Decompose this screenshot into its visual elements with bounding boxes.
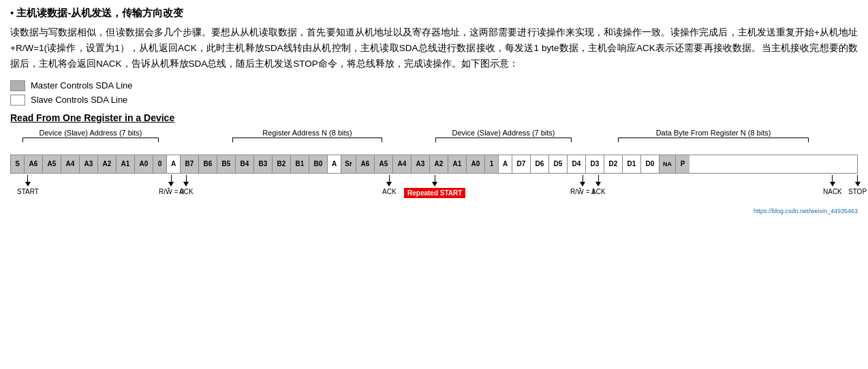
arrows-row: START R/W̄ = 0 ACK ACK Repeated START <box>10 175 858 202</box>
cell-P: P <box>676 155 689 173</box>
cell-A5a: A5 <box>43 155 61 173</box>
cell-D2: D2 <box>604 155 623 173</box>
cell-NA: NA <box>660 155 676 173</box>
label-stop: STOP <box>848 188 867 195</box>
cell-B0: B0 <box>309 155 328 173</box>
cell-A4b: A4 <box>393 155 412 173</box>
cell-D4: D4 <box>568 155 586 173</box>
cell-A0a: A0 <box>135 155 153 173</box>
cell-D0: D0 <box>641 155 660 173</box>
legend: Master Controls SDA Line Slave Controls … <box>10 80 858 106</box>
cell-A2a: A2 <box>98 155 117 173</box>
label-device-addr-1: Device (Slave) Address (7 bits) <box>22 129 159 142</box>
cell-A1a: A1 <box>117 155 135 173</box>
arrow-ack-a: ACK <box>179 175 193 195</box>
label-nack: NACK <box>823 188 842 195</box>
label-ack-a: ACK <box>179 188 193 195</box>
label-device-addr-2: Device (Slave) Address (7 bits) <box>435 129 572 142</box>
title-text: 主机读数据-从机发送，传输方向改变 <box>16 7 183 18</box>
cell-A0b: A0 <box>467 155 485 173</box>
cell-ack-a: A <box>167 155 181 173</box>
cell-D7: D7 <box>512 155 531 173</box>
arrow-start: START <box>17 175 39 195</box>
cell-B7: B7 <box>181 155 199 173</box>
arrow-repeated-start: Repeated START <box>404 175 465 198</box>
cell-Sr: Sr <box>341 155 356 173</box>
cell-B1: B1 <box>291 155 309 173</box>
arrow-ack-c: ACK <box>591 175 606 195</box>
description-paragraph: 读数据与写数据相似，但读数据会多几个步骤。要想从从机读取数据，首先要知道从机地址… <box>10 25 858 72</box>
cell-D6: D6 <box>531 155 549 173</box>
watermark: https://blog.csdn.net/weixin_44935463 <box>754 208 858 214</box>
label-start: START <box>17 188 39 195</box>
cell-B2: B2 <box>273 155 291 173</box>
cell-B6: B6 <box>199 155 217 173</box>
cell-rw1: 1 <box>485 155 499 173</box>
label-data-byte: Data Byte From Register N (8 bits) <box>618 129 809 142</box>
label-ack-c: ACK <box>591 188 606 195</box>
cell-ack-b: A <box>328 155 341 173</box>
slave-label: Slave Controls SDA Line <box>31 95 127 105</box>
cell-B4: B4 <box>236 155 254 173</box>
legend-slave: Slave Controls SDA Line <box>10 95 858 106</box>
cell-A6a: A6 <box>25 155 43 173</box>
bullet-point: • <box>10 7 16 18</box>
cell-rw0: 0 <box>153 155 167 173</box>
cell-ack-c: A <box>499 155 512 173</box>
cell-B3: B3 <box>254 155 273 173</box>
cells-row: S A6 A5 A4 A3 A2 A1 A0 0 A B7 B6 B5 B4 B… <box>10 155 858 174</box>
cell-D5: D5 <box>549 155 568 173</box>
cell-A3a: A3 <box>80 155 98 173</box>
section-header: • 主机读数据-从机发送，传输方向改变 <box>10 7 858 20</box>
timing-diagram: Device (Slave) Address (7 bits) Register… <box>10 129 858 202</box>
cell-A1b: A1 <box>448 155 467 173</box>
cell-B5: B5 <box>217 155 236 173</box>
master-label: Master Controls SDA Line <box>31 80 133 91</box>
arrow-ack-b: ACK <box>382 175 397 195</box>
cell-A6b: A6 <box>356 155 375 173</box>
arrow-stop: STOP <box>848 175 867 195</box>
cell-D3: D3 <box>586 155 604 173</box>
cell-A3b: A3 <box>412 155 430 173</box>
diagram-title: Read From One Register in a Device <box>10 112 858 123</box>
arrow-nack: NACK <box>823 175 842 195</box>
label-repeated-start: Repeated START <box>404 188 465 198</box>
slave-color-box <box>10 95 25 106</box>
cell-A4a: A4 <box>61 155 80 173</box>
master-color-box <box>10 80 25 91</box>
cell-S: S <box>11 155 25 173</box>
label-ack-b: ACK <box>382 188 397 195</box>
label-register-addr: Register Address N (8 bits) <box>232 129 382 142</box>
cell-A2b: A2 <box>430 155 448 173</box>
cell-D1: D1 <box>623 155 641 173</box>
cell-A5b: A5 <box>375 155 393 173</box>
legend-master: Master Controls SDA Line <box>10 80 858 91</box>
